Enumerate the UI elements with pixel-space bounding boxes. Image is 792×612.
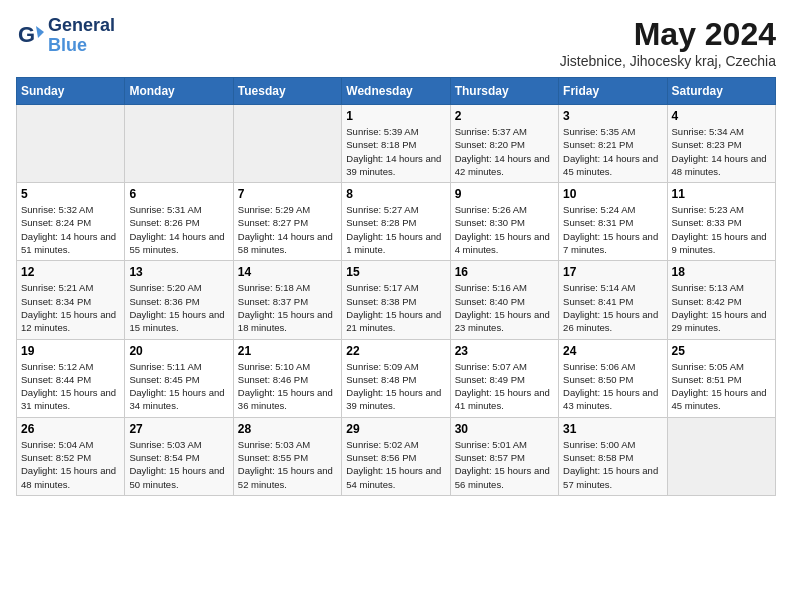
day-number: 22 — [346, 344, 445, 358]
day-number: 29 — [346, 422, 445, 436]
day-info: Sunrise: 5:03 AM Sunset: 8:54 PM Dayligh… — [129, 438, 228, 491]
calendar-cell: 28Sunrise: 5:03 AM Sunset: 8:55 PM Dayli… — [233, 417, 341, 495]
calendar-cell: 18Sunrise: 5:13 AM Sunset: 8:42 PM Dayli… — [667, 261, 775, 339]
calendar-cell: 26Sunrise: 5:04 AM Sunset: 8:52 PM Dayli… — [17, 417, 125, 495]
day-number: 23 — [455, 344, 554, 358]
day-number: 4 — [672, 109, 771, 123]
col-header-sunday: Sunday — [17, 78, 125, 105]
day-number: 2 — [455, 109, 554, 123]
day-info: Sunrise: 5:03 AM Sunset: 8:55 PM Dayligh… — [238, 438, 337, 491]
day-info: Sunrise: 5:10 AM Sunset: 8:46 PM Dayligh… — [238, 360, 337, 413]
day-number: 15 — [346, 265, 445, 279]
day-number: 3 — [563, 109, 662, 123]
day-number: 18 — [672, 265, 771, 279]
col-header-saturday: Saturday — [667, 78, 775, 105]
calendar-cell: 30Sunrise: 5:01 AM Sunset: 8:57 PM Dayli… — [450, 417, 558, 495]
calendar-cell: 17Sunrise: 5:14 AM Sunset: 8:41 PM Dayli… — [559, 261, 667, 339]
day-number: 27 — [129, 422, 228, 436]
col-header-thursday: Thursday — [450, 78, 558, 105]
day-number: 10 — [563, 187, 662, 201]
day-info: Sunrise: 5:13 AM Sunset: 8:42 PM Dayligh… — [672, 281, 771, 334]
day-number: 11 — [672, 187, 771, 201]
calendar-cell: 16Sunrise: 5:16 AM Sunset: 8:40 PM Dayli… — [450, 261, 558, 339]
calendar-cell: 27Sunrise: 5:03 AM Sunset: 8:54 PM Dayli… — [125, 417, 233, 495]
day-info: Sunrise: 5:35 AM Sunset: 8:21 PM Dayligh… — [563, 125, 662, 178]
svg-marker-1 — [36, 26, 44, 38]
calendar-week-row: 26Sunrise: 5:04 AM Sunset: 8:52 PM Dayli… — [17, 417, 776, 495]
logo-line1: General — [48, 16, 115, 36]
day-number: 28 — [238, 422, 337, 436]
logo-text: General Blue — [48, 16, 115, 56]
day-info: Sunrise: 5:23 AM Sunset: 8:33 PM Dayligh… — [672, 203, 771, 256]
calendar-cell: 2Sunrise: 5:37 AM Sunset: 8:20 PM Daylig… — [450, 105, 558, 183]
calendar-cell: 23Sunrise: 5:07 AM Sunset: 8:49 PM Dayli… — [450, 339, 558, 417]
calendar-week-row: 1Sunrise: 5:39 AM Sunset: 8:18 PM Daylig… — [17, 105, 776, 183]
day-info: Sunrise: 5:21 AM Sunset: 8:34 PM Dayligh… — [21, 281, 120, 334]
day-number: 12 — [21, 265, 120, 279]
day-info: Sunrise: 5:12 AM Sunset: 8:44 PM Dayligh… — [21, 360, 120, 413]
calendar-cell: 4Sunrise: 5:34 AM Sunset: 8:23 PM Daylig… — [667, 105, 775, 183]
calendar-cell: 3Sunrise: 5:35 AM Sunset: 8:21 PM Daylig… — [559, 105, 667, 183]
day-number: 6 — [129, 187, 228, 201]
calendar-cell — [667, 417, 775, 495]
day-info: Sunrise: 5:01 AM Sunset: 8:57 PM Dayligh… — [455, 438, 554, 491]
day-info: Sunrise: 5:34 AM Sunset: 8:23 PM Dayligh… — [672, 125, 771, 178]
calendar-cell: 10Sunrise: 5:24 AM Sunset: 8:31 PM Dayli… — [559, 183, 667, 261]
calendar-week-row: 12Sunrise: 5:21 AM Sunset: 8:34 PM Dayli… — [17, 261, 776, 339]
day-info: Sunrise: 5:24 AM Sunset: 8:31 PM Dayligh… — [563, 203, 662, 256]
day-info: Sunrise: 5:14 AM Sunset: 8:41 PM Dayligh… — [563, 281, 662, 334]
col-header-wednesday: Wednesday — [342, 78, 450, 105]
calendar-cell: 21Sunrise: 5:10 AM Sunset: 8:46 PM Dayli… — [233, 339, 341, 417]
col-header-monday: Monday — [125, 78, 233, 105]
day-info: Sunrise: 5:18 AM Sunset: 8:37 PM Dayligh… — [238, 281, 337, 334]
logo: G General Blue — [16, 16, 115, 56]
calendar-week-row: 19Sunrise: 5:12 AM Sunset: 8:44 PM Dayli… — [17, 339, 776, 417]
day-number: 7 — [238, 187, 337, 201]
day-number: 8 — [346, 187, 445, 201]
day-number: 30 — [455, 422, 554, 436]
calendar-cell — [125, 105, 233, 183]
calendar-cell: 14Sunrise: 5:18 AM Sunset: 8:37 PM Dayli… — [233, 261, 341, 339]
calendar-table: SundayMondayTuesdayWednesdayThursdayFrid… — [16, 77, 776, 496]
day-info: Sunrise: 5:39 AM Sunset: 8:18 PM Dayligh… — [346, 125, 445, 178]
day-info: Sunrise: 5:26 AM Sunset: 8:30 PM Dayligh… — [455, 203, 554, 256]
svg-text:G: G — [18, 22, 35, 47]
calendar-cell: 12Sunrise: 5:21 AM Sunset: 8:34 PM Dayli… — [17, 261, 125, 339]
calendar-cell: 25Sunrise: 5:05 AM Sunset: 8:51 PM Dayli… — [667, 339, 775, 417]
day-info: Sunrise: 5:04 AM Sunset: 8:52 PM Dayligh… — [21, 438, 120, 491]
title-area: May 2024 Jistebnice, Jihocesky kraj, Cze… — [560, 16, 776, 69]
calendar-cell: 9Sunrise: 5:26 AM Sunset: 8:30 PM Daylig… — [450, 183, 558, 261]
calendar-cell: 15Sunrise: 5:17 AM Sunset: 8:38 PM Dayli… — [342, 261, 450, 339]
calendar-header-row: SundayMondayTuesdayWednesdayThursdayFrid… — [17, 78, 776, 105]
col-header-tuesday: Tuesday — [233, 78, 341, 105]
calendar-cell — [17, 105, 125, 183]
day-info: Sunrise: 5:06 AM Sunset: 8:50 PM Dayligh… — [563, 360, 662, 413]
day-info: Sunrise: 5:31 AM Sunset: 8:26 PM Dayligh… — [129, 203, 228, 256]
day-number: 1 — [346, 109, 445, 123]
calendar-cell: 31Sunrise: 5:00 AM Sunset: 8:58 PM Dayli… — [559, 417, 667, 495]
day-number: 24 — [563, 344, 662, 358]
calendar-cell: 19Sunrise: 5:12 AM Sunset: 8:44 PM Dayli… — [17, 339, 125, 417]
calendar-cell: 29Sunrise: 5:02 AM Sunset: 8:56 PM Dayli… — [342, 417, 450, 495]
day-info: Sunrise: 5:29 AM Sunset: 8:27 PM Dayligh… — [238, 203, 337, 256]
location: Jistebnice, Jihocesky kraj, Czechia — [560, 53, 776, 69]
day-info: Sunrise: 5:09 AM Sunset: 8:48 PM Dayligh… — [346, 360, 445, 413]
day-info: Sunrise: 5:27 AM Sunset: 8:28 PM Dayligh… — [346, 203, 445, 256]
day-number: 19 — [21, 344, 120, 358]
logo-icon: G — [16, 22, 44, 50]
day-number: 25 — [672, 344, 771, 358]
calendar-cell: 6Sunrise: 5:31 AM Sunset: 8:26 PM Daylig… — [125, 183, 233, 261]
col-header-friday: Friday — [559, 78, 667, 105]
day-number: 13 — [129, 265, 228, 279]
calendar-cell: 13Sunrise: 5:20 AM Sunset: 8:36 PM Dayli… — [125, 261, 233, 339]
calendar-cell: 8Sunrise: 5:27 AM Sunset: 8:28 PM Daylig… — [342, 183, 450, 261]
day-info: Sunrise: 5:20 AM Sunset: 8:36 PM Dayligh… — [129, 281, 228, 334]
day-number: 21 — [238, 344, 337, 358]
page-header: G General Blue May 2024 Jistebnice, Jiho… — [16, 16, 776, 69]
calendar-cell: 1Sunrise: 5:39 AM Sunset: 8:18 PM Daylig… — [342, 105, 450, 183]
day-number: 26 — [21, 422, 120, 436]
day-number: 17 — [563, 265, 662, 279]
day-number: 14 — [238, 265, 337, 279]
calendar-cell: 5Sunrise: 5:32 AM Sunset: 8:24 PM Daylig… — [17, 183, 125, 261]
calendar-cell — [233, 105, 341, 183]
